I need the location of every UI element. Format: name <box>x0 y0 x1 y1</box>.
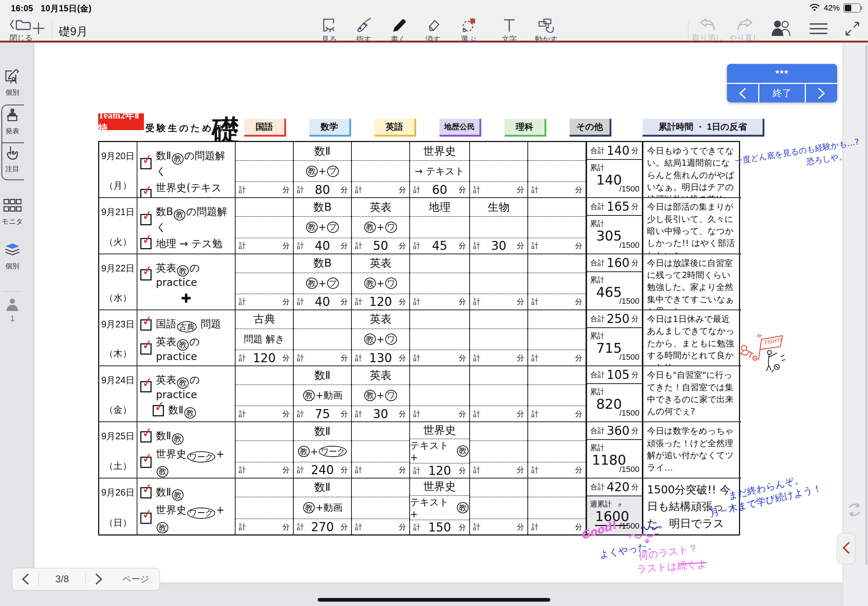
toolbar-divider-right <box>688 21 688 39</box>
date-cell: 9月24日（金） <box>99 366 137 422</box>
refresh-button[interactable] <box>845 501 863 520</box>
task-checkbox: ✓ <box>140 319 152 331</box>
pointing-hand-icon <box>5 145 20 163</box>
tasks-cell: ✓数Ⅱ教の問題解く✓世界史(テキストP55~58) <box>137 142 236 198</box>
task-checkbox: ✓ <box>153 405 164 416</box>
sidebar-item-label: 発表 <box>5 127 19 136</box>
view-eye-icon <box>322 17 337 34</box>
tool-pointer[interactable]: 指す <box>352 17 376 40</box>
timer-end-button[interactable]: 終了 <box>760 84 805 102</box>
sidebar-item-happyo[interactable]: 発表 <box>0 108 25 136</box>
redo-button[interactable]: やり直し <box>727 17 763 40</box>
participant-count-value: 1 <box>10 314 14 323</box>
subject-cell-kokugo: 計分 <box>236 254 294 310</box>
text-tool-icon <box>502 17 517 34</box>
redo-icon <box>735 17 754 33</box>
collapse-tab[interactable] <box>837 533 856 564</box>
sidebar-item-kobetsu-compose[interactable]: 個別 <box>0 68 25 97</box>
tool-move[interactable]: 動かす <box>533 17 560 40</box>
subject-cell-rika: 計分 <box>470 422 528 478</box>
plus-icon <box>31 21 46 37</box>
weekday-label: （日） <box>104 516 132 529</box>
subject-cell-sonota: 計分 <box>528 198 586 254</box>
right-sidebar <box>843 43 868 606</box>
date-cell: 9月25日（土） <box>99 422 137 478</box>
subject-cell-math: 計分 <box>294 310 352 366</box>
date-cell: 9月21日（火） <box>99 198 137 254</box>
subject-cell-eigo: 英表教+ワ計50分 <box>352 198 410 254</box>
home-indicator[interactable] <box>318 598 550 601</box>
tool-write[interactable]: 書く <box>386 17 411 40</box>
tool-view[interactable]: 見る <box>317 17 341 40</box>
presenter-podium-icon <box>5 108 20 125</box>
participants-button[interactable] <box>768 20 795 38</box>
status-time-date: 16:05 10月15日(金) <box>11 3 91 14</box>
note-cell: 今日もゆうてできてない。結局1週間前にならんと焦れんのがやばいなぁ。明日はチアの… <box>643 142 741 198</box>
refresh-icon <box>845 514 863 520</box>
timer-prev-button[interactable] <box>727 84 758 102</box>
sidebar-item-chumoku[interactable]: 注目 <box>0 145 25 174</box>
subject-cell-eigo: 計分 <box>352 422 410 478</box>
page-navigator: 3/8 ページ <box>12 568 160 591</box>
scrollbar[interactable] <box>865 45 867 565</box>
app-root: 16:05 10月15日(金) 42% 閉じる 礎9月 <box>0 0 868 606</box>
task-checkbox: ✓ <box>140 431 152 442</box>
undo-button[interactable]: 取り消し <box>690 17 725 40</box>
tasks-cell: ✓数Ⅱ教✓世界史ワーク+教 <box>137 478 236 535</box>
sidebar-item-monitor[interactable]: モニタ <box>0 198 25 226</box>
fullscreen-button[interactable] <box>843 20 862 39</box>
prev-page-button[interactable] <box>12 568 39 590</box>
team-badge: Team2年Ⅱ特 <box>98 113 144 130</box>
page-indicator: 3/8 <box>39 574 85 585</box>
subject-chip: その他 <box>570 119 611 137</box>
total-cell: 合計165分累計305/1500 <box>586 198 643 254</box>
subject-cell-eigo: 英表教+ワ計130分 <box>352 310 410 366</box>
next-page-button[interactable] <box>86 568 112 590</box>
layers-icon <box>4 243 21 260</box>
subject-cell-eigo: 英表教+ワ計120分 <box>352 254 410 310</box>
task-checkbox: ✓ <box>140 343 152 355</box>
subject-cell-eigo: 計分 <box>352 478 410 535</box>
subject-cell-sonota: 計分 <box>528 422 586 478</box>
compose-person-icon <box>4 68 21 87</box>
add-page-button[interactable] <box>30 21 47 38</box>
expand-arrows-icon <box>844 20 861 39</box>
people-icon <box>770 20 792 38</box>
subject-cell-rika: 計分 <box>470 366 528 422</box>
planner-table: 9月20日（月）✓数Ⅱ教の問題解く✓世界史(テキストP55~58)計分数Ⅱ教+プ… <box>98 141 740 535</box>
subject-cell-eigo: 英表教+ワ計30分 <box>352 366 410 422</box>
sidebar-group-divider <box>2 142 24 143</box>
tool-text[interactable]: 文字 <box>497 17 521 40</box>
timer-next-button[interactable] <box>806 84 837 102</box>
date-cell: 9月22日（水） <box>99 254 137 310</box>
sidebar-divider <box>3 291 22 292</box>
sidebar-item-label: 個別 <box>5 261 19 271</box>
pages-label: ページ <box>112 573 160 585</box>
laser-pointer-icon <box>356 17 372 34</box>
subject-chip: 数学 <box>309 119 351 137</box>
menu-button[interactable] <box>808 22 829 38</box>
subject-chip: 英語 <box>374 119 416 137</box>
subject-cell-sonota: 計分 <box>528 254 586 310</box>
subject-cell-kokugo: 計分 <box>236 198 294 254</box>
date-label: 9月24日 <box>101 374 135 386</box>
sidebar-item-label: モニタ <box>2 217 23 226</box>
tool-erase[interactable]: 消す <box>421 17 445 40</box>
participant-count[interactable]: 1 <box>0 298 25 323</box>
sidebar-item-label: 注目 <box>5 164 19 174</box>
subject-cell-sonota: 計分 <box>528 366 586 422</box>
date-label: 9月26日 <box>101 487 135 498</box>
subject-chip: 国語 <box>244 119 286 137</box>
tool-select[interactable]: 選ぶ <box>457 17 480 40</box>
task-checkbox: ✓ <box>140 158 152 169</box>
back-folder-icon <box>10 17 33 33</box>
task-checkbox: ✓ <box>140 214 152 225</box>
note-cell: 今日は数学をめっちゃ頑張った！けど全然理解が追い付かなくてツライ… <box>643 422 741 478</box>
subject-cell-kokugo: 計分 <box>236 422 294 478</box>
timer-header: *** <box>727 64 837 83</box>
sidebar-item-kobetsu-layers[interactable]: 個別 <box>0 243 25 271</box>
pink-squiggle-arrow <box>628 530 665 547</box>
date-cell: 9月23日（木） <box>99 310 137 366</box>
subject-cell-math: 数B教+プ計40分 <box>294 198 352 254</box>
sidebar-item-label: 個別 <box>5 88 19 97</box>
